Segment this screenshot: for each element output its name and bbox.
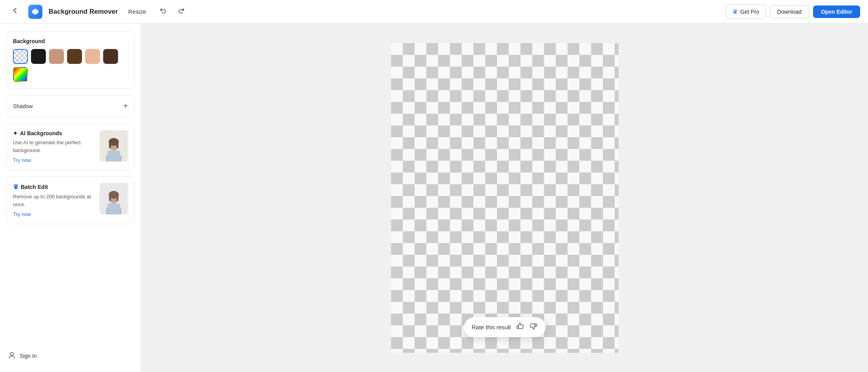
- svg-rect-13: [109, 195, 111, 201]
- background-section: Background: [6, 31, 135, 89]
- header-right: ♛ Get Pro Download Open Editor: [726, 4, 860, 19]
- batch-edit-card: ♛ Batch Edit Remove up to 200 background…: [6, 176, 135, 224]
- get-pro-button[interactable]: ♛ Get Pro: [726, 4, 766, 19]
- swatch-darkbrown[interactable]: [103, 49, 118, 64]
- ai-backgrounds-content: ✦ AI Backgrounds Use AI to generate the …: [13, 130, 95, 163]
- background-title: Background: [13, 38, 128, 44]
- svg-rect-6: [109, 142, 111, 148]
- swatch-tan[interactable]: [49, 49, 64, 64]
- swatch-black[interactable]: [31, 49, 46, 64]
- svg-rect-3: [107, 151, 120, 162]
- sign-in-label: Sign In: [20, 353, 37, 359]
- undo-button[interactable]: [156, 5, 169, 18]
- transparency-background: [391, 43, 619, 353]
- download-button[interactable]: Download: [770, 5, 809, 18]
- svg-rect-32: [535, 324, 537, 327]
- svg-point-15: [10, 352, 13, 356]
- app-icon: [28, 5, 42, 19]
- batch-edit-title: ♛ Batch Edit: [13, 183, 95, 191]
- main-content: Background Shadow + ✦ AI: [0, 24, 868, 372]
- add-shadow-button[interactable]: +: [123, 102, 128, 111]
- get-pro-label: Get Pro: [740, 9, 759, 15]
- swatch-peach[interactable]: [85, 49, 100, 64]
- sidebar: Background Shadow + ✦ AI: [0, 24, 141, 372]
- swatch-rainbow[interactable]: [13, 67, 28, 82]
- swatch-transparent[interactable]: [13, 49, 28, 64]
- thumbs-down-button[interactable]: [529, 322, 538, 332]
- shadow-label: Shadow: [13, 103, 33, 109]
- batch-edit-desc: Remove up to 200 backgrounds at once.: [13, 193, 95, 208]
- batch-crown-icon: ♛: [13, 183, 18, 191]
- image-container: Rate this result: [391, 43, 619, 353]
- back-button[interactable]: [8, 5, 22, 18]
- svg-rect-7: [116, 142, 118, 148]
- sign-in-row[interactable]: Sign In: [6, 347, 135, 364]
- rate-result-pill: Rate this result: [464, 317, 545, 337]
- app-header: Background Remover Resize ♛ Get Pro Down…: [0, 0, 868, 24]
- person-icon: [8, 351, 16, 360]
- shadow-section: Shadow +: [6, 95, 135, 117]
- header-left: Background Remover Resize: [8, 5, 188, 19]
- resize-button[interactable]: Resize: [124, 7, 150, 16]
- ai-icon: ✦: [13, 130, 18, 136]
- batch-edit-cta[interactable]: Try now: [13, 211, 31, 217]
- rate-text: Rate this result: [471, 324, 511, 330]
- ai-backgrounds-cta[interactable]: Try now: [13, 157, 31, 163]
- svg-rect-31: [517, 326, 519, 328]
- canvas-area: Rate this result: [141, 24, 868, 372]
- ai-backgrounds-card: ✦ AI Backgrounds Use AI to generate the …: [6, 123, 135, 170]
- batch-edit-content: ♛ Batch Edit Remove up to 200 background…: [13, 183, 95, 218]
- app-title: Background Remover: [49, 8, 118, 16]
- redo-button[interactable]: [175, 5, 188, 18]
- ai-backgrounds-desc: Use AI to generate the perfect backgroun…: [13, 139, 95, 154]
- color-swatches: [13, 49, 128, 82]
- open-editor-button[interactable]: Open Editor: [813, 5, 860, 18]
- ai-backgrounds-title: ✦ AI Backgrounds: [13, 130, 95, 136]
- crown-icon: ♛: [732, 8, 738, 15]
- svg-rect-14: [116, 195, 118, 201]
- thumbs-up-button[interactable]: [516, 322, 524, 332]
- svg-rect-10: [107, 203, 120, 214]
- ai-backgrounds-thumbnail[interactable]: [100, 130, 128, 162]
- batch-edit-thumbnail[interactable]: [100, 183, 128, 214]
- swatch-brown[interactable]: [67, 49, 82, 64]
